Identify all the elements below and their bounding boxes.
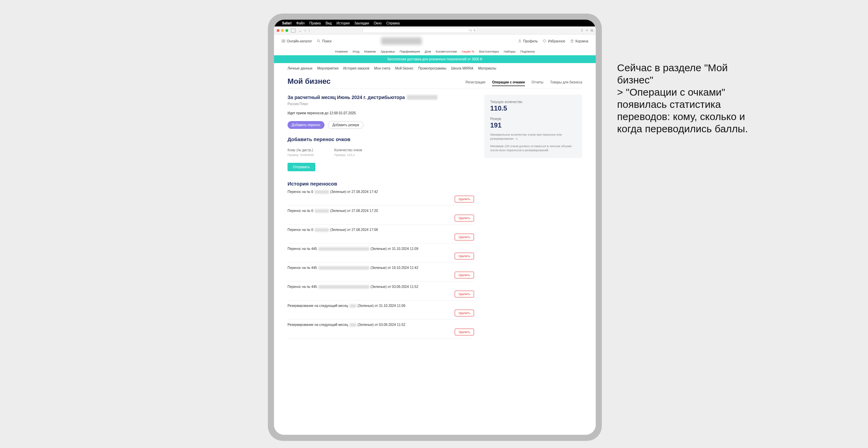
back-icon[interactable]: ‹ <box>304 28 306 33</box>
subnav-item[interactable]: Мой бизнес <box>395 66 413 70</box>
add-transfer-button[interactable]: Добавить перенос <box>288 121 324 129</box>
history-prefix: Резервирование на следующий месяц <box>288 304 348 308</box>
history-prefix: Перенос на № 445 <box>288 285 317 289</box>
delete-button[interactable]: Удалить <box>455 272 474 278</box>
menubar-item-window[interactable]: Окно <box>374 21 381 25</box>
subnav-item[interactable]: История заказов <box>343 66 369 70</box>
profile-link[interactable]: Профиль <box>518 39 538 43</box>
browser-toolbar: ⌄ ‹ › ᴬA ↻ ⇪ + ⧉ <box>274 26 596 35</box>
history-suffix: (Зеленые) от 03.09.2024 11:52 <box>358 323 406 327</box>
history-prefix: Перенос на № 445 <box>288 266 317 270</box>
reload-icon[interactable]: ↻ <box>473 28 476 32</box>
reserve-points-value: 191 <box>490 121 576 129</box>
delete-button[interactable]: Удалить <box>455 310 474 316</box>
cart-link[interactable]: Корзина <box>570 39 588 43</box>
tabs-icon[interactable]: ⧉ <box>591 28 593 33</box>
menubar-item-file[interactable]: Файл <box>296 21 305 25</box>
history-heading: История переносов <box>288 181 474 187</box>
menubar-app-name[interactable]: Safari <box>282 21 292 25</box>
delete-button[interactable]: Удалить <box>455 291 474 297</box>
search-icon <box>317 39 321 43</box>
history-suffix: (Зеленые) от 27.08.2024 17:08 <box>330 228 378 232</box>
subnav-item[interactable]: Школа MIRRA <box>451 66 473 70</box>
catnav-item[interactable]: Подписка <box>520 50 535 53</box>
reader-icon[interactable]: ᴬA <box>469 29 472 32</box>
tab-reports[interactable]: Отчеты <box>532 80 544 86</box>
min-transfer-note: Минимальное количество очков при перенос… <box>490 133 576 141</box>
subnav-item[interactable]: Личные данные <box>288 66 313 70</box>
catnav-item[interactable]: Уход <box>352 50 359 53</box>
history-item: Перенос на № 0(Зеленые) от 27.08.2024 17… <box>288 187 474 206</box>
history-suffix: (Зеленые) от 27.08.2024 17:42 <box>330 190 378 194</box>
tab-business-goods[interactable]: Товары для бизнеса <box>550 80 582 86</box>
catnav-item[interactable]: Наборы <box>504 50 516 53</box>
tablet-frame: Safari Файл Правка Вид История Закладки … <box>268 14 602 441</box>
subnav-item[interactable]: Мероприятия <box>317 66 339 70</box>
user-icon <box>518 39 522 43</box>
window-controls <box>277 29 288 32</box>
chevron-down-icon[interactable]: ⌄ <box>298 28 302 33</box>
points-summary-box: Текущее количество 110.5 Резерв 191 Мини… <box>484 95 582 158</box>
catnav-item[interactable]: Бестселлеры <box>479 50 499 53</box>
period-heading: За расчетный месяц Июнь 2024 г. дистрибь… <box>288 95 474 100</box>
right-column: Текущее количество 110.5 Резерв 191 Мини… <box>484 95 582 338</box>
catnav-item[interactable]: Макияж <box>364 50 376 53</box>
catnav-item[interactable]: Здоровье <box>380 50 395 53</box>
menubar-item-bookmarks[interactable]: Закладки <box>354 21 369 25</box>
send-button[interactable]: Отправить <box>288 163 315 171</box>
subnav-item[interactable]: Материалы <box>478 66 496 70</box>
catalog-label: Онлайн-каталог <box>287 39 312 43</box>
delete-button[interactable]: Удалить <box>455 215 474 221</box>
catnav-item[interactable]: Новинки <box>335 50 348 53</box>
amount-label: Количество очков <box>334 148 362 152</box>
delete-button[interactable]: Удалить <box>455 329 474 335</box>
history-prefix: Перенос на № 0 <box>288 190 313 194</box>
add-transfer-heading: Добавить перенос очков <box>288 136 474 142</box>
tablet-screen: Safari Файл Правка Вид История Закладки … <box>274 20 596 435</box>
catnav-item-promo[interactable]: Акции % <box>461 50 474 53</box>
svg-point-0 <box>317 40 319 42</box>
current-points-value: 110.5 <box>490 104 576 112</box>
subnav-item[interactable]: Мои счета <box>374 66 390 70</box>
business-tabs: Регистрация Операции с очками Отчеты Тов… <box>288 80 582 89</box>
catnav-item[interactable]: Косметологам <box>436 50 457 53</box>
menubar-item-history[interactable]: История <box>336 21 350 25</box>
history-suffix: (Зеленые) от 03.09.2024 11:52 <box>371 285 418 289</box>
catnav-item[interactable]: Дом <box>425 50 431 53</box>
maximize-window-icon[interactable] <box>285 29 288 32</box>
new-tab-icon[interactable]: + <box>586 28 588 33</box>
delete-button[interactable]: Удалить <box>455 196 474 202</box>
menubar-item-help[interactable]: Справка <box>387 21 400 25</box>
tab-registration[interactable]: Регистрация <box>466 80 485 86</box>
redacted-distributor <box>407 95 437 100</box>
region-label: Россия Плюс <box>288 102 474 106</box>
delete-button[interactable]: Удалить <box>455 234 474 240</box>
menubar-item-edit[interactable]: Правка <box>309 21 321 25</box>
history-item: Перенос на № 445(Зеленые) от 18.10.2024 … <box>288 262 474 281</box>
period-heading-text: За расчетный месяц Июнь 2024 г. дистрибь… <box>288 95 405 100</box>
url-bar[interactable]: ᴬA ↻ <box>362 28 478 33</box>
account-subnav: Личные данные Мероприятия История заказо… <box>274 63 596 74</box>
sidebar-toggle-icon[interactable] <box>291 28 296 33</box>
minimize-window-icon[interactable] <box>281 29 284 32</box>
subnav-item[interactable]: Промопрограммы <box>418 66 447 70</box>
search-link[interactable]: Поиск <box>317 39 332 43</box>
reserve-points-label: Резерв <box>490 117 576 121</box>
close-window-icon[interactable] <box>277 29 279 32</box>
annotation-caption: Сейчас в разделе "Мой бизнес" > "Операци… <box>617 62 760 135</box>
share-icon[interactable]: ⇪ <box>580 28 583 33</box>
add-reserve-button[interactable]: Добавить резерв <box>328 121 363 129</box>
catalog-link[interactable]: Онлайн-каталог <box>281 39 312 43</box>
history-item: Перенос на № 0(Зеленые) от 27.08.2024 17… <box>288 206 474 225</box>
favorites-link[interactable]: Избранное <box>542 39 565 43</box>
history-prefix: Резервирование на следующий месяц <box>288 323 348 327</box>
tab-points-operations[interactable]: Операции с очками <box>492 80 525 86</box>
redacted-value <box>350 304 356 308</box>
forward-icon[interactable]: › <box>309 28 310 33</box>
menubar-item-view[interactable]: Вид <box>326 21 332 25</box>
cart-label: Корзина <box>575 39 588 43</box>
min-remain-note: Минимум 100 очков должно оставаться в ли… <box>490 144 576 152</box>
catnav-item[interactable]: Парфюмерия <box>400 50 420 53</box>
delete-button[interactable]: Удалить <box>455 253 474 259</box>
history-item: Перенос на № 445(Зеленые) от 03.09.2024 … <box>288 281 474 300</box>
